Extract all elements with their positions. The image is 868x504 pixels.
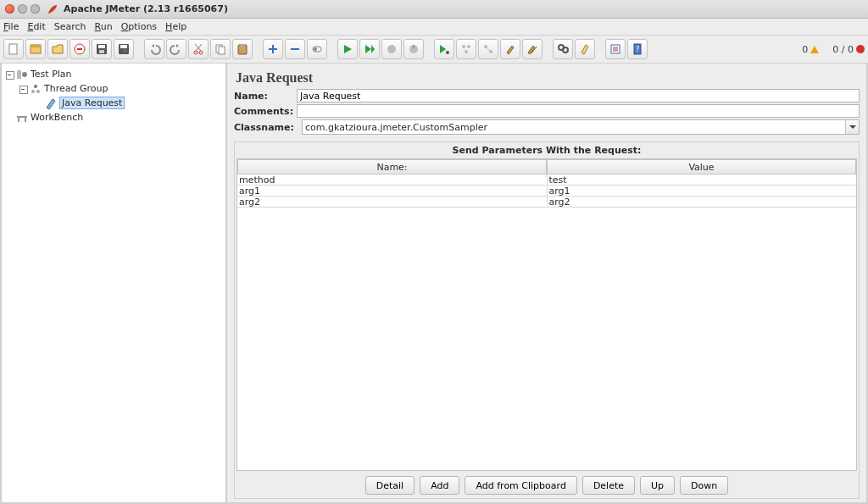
svg-point-10 (199, 51, 203, 54)
add-button[interactable]: Add (420, 476, 459, 495)
tree-workbench[interactable]: WorkBench (3, 110, 225, 125)
params-area: Send Parameters With the Request: Name: … (234, 141, 860, 499)
svg-rect-14 (240, 44, 245, 47)
menu-file[interactable]: File (3, 21, 19, 32)
svg-point-23 (465, 50, 468, 53)
tree-panel[interactable]: Test Plan Thread Group Java Request Work… (0, 64, 227, 504)
comments-input[interactable] (297, 104, 860, 118)
titlebar: Apache JMeter (2.13 r1665067) (0, 0, 868, 19)
templates-button[interactable] (25, 39, 46, 59)
toolbar: ? 0 0 / 0 (0, 36, 868, 64)
main-panel: Java Request Name: Comments: Classname: … (227, 64, 868, 504)
name-label: Name: (234, 91, 293, 102)
stop-button[interactable] (381, 39, 402, 59)
col-value[interactable]: Value (547, 159, 856, 174)
table-row[interactable]: arg2 arg2 (237, 197, 856, 208)
function-helper-button[interactable] (605, 39, 626, 59)
svg-rect-19 (413, 45, 415, 48)
remote-start-all-button[interactable] (456, 39, 476, 59)
svg-rect-36 (17, 116, 27, 118)
tree-java-request[interactable]: Java Request (3, 96, 225, 110)
classname-value: com.gkatzioura.jmeter.CustomSampler (305, 122, 487, 133)
tree-toggle-icon[interactable] (5, 70, 14, 79)
detail-button[interactable]: Detail (365, 476, 415, 495)
up-button[interactable]: Up (640, 476, 675, 495)
toggle-button[interactable] (307, 39, 327, 59)
menu-edit[interactable]: Edit (27, 21, 45, 32)
svg-rect-2 (31, 45, 41, 47)
delete-button[interactable]: Delete (582, 476, 635, 495)
window-min-dot[interactable] (18, 4, 27, 14)
shutdown-button[interactable] (403, 39, 424, 59)
svg-point-35 (36, 90, 40, 93)
add-from-clipboard-button[interactable]: Add from Clipboard (465, 476, 576, 495)
paste-button[interactable] (232, 39, 253, 59)
params-table[interactable]: Name: Value method test arg1 arg1 arg2 a… (236, 158, 857, 471)
svg-rect-31 (17, 70, 21, 79)
svg-rect-6 (99, 50, 104, 53)
svg-point-21 (462, 45, 465, 48)
start-button[interactable] (337, 39, 358, 59)
sampler-icon (44, 97, 58, 110)
tree-test-plan[interactable]: Test Plan (3, 67, 225, 81)
error-icon (856, 45, 865, 53)
svg-point-27 (563, 47, 568, 53)
menu-help[interactable]: Help (165, 21, 186, 32)
panel-title: Java Request (236, 70, 860, 86)
app-icon (47, 3, 58, 15)
params-title: Send Parameters With the Request: (235, 142, 859, 158)
table-body: method test arg1 arg1 arg2 arg2 (237, 174, 856, 208)
svg-point-9 (194, 51, 198, 54)
classname-label: Classname: (234, 122, 298, 133)
clear-button[interactable] (500, 39, 520, 59)
save-as-button[interactable] (114, 39, 134, 59)
menu-run[interactable]: Run (95, 21, 113, 32)
remote-stop-button[interactable] (478, 39, 498, 59)
remote-start-button[interactable] (434, 39, 454, 59)
warning-icon (810, 46, 819, 53)
open-button[interactable] (47, 39, 68, 59)
comments-label: Comments: (234, 106, 293, 117)
search-button[interactable] (553, 39, 573, 59)
svg-rect-0 (9, 44, 17, 54)
cut-button[interactable] (188, 39, 209, 59)
menu-search[interactable]: Search (54, 21, 86, 32)
table-row[interactable]: arg1 arg1 (237, 186, 856, 197)
svg-point-17 (387, 45, 396, 53)
svg-rect-5 (98, 45, 105, 48)
save-button[interactable] (92, 39, 112, 59)
undo-button[interactable] (144, 39, 164, 59)
thread-ratio: 0 / 0 (832, 44, 854, 55)
svg-rect-8 (120, 45, 127, 48)
reset-search-button[interactable] (575, 39, 595, 59)
new-button[interactable] (3, 39, 24, 59)
menubar: File Edit Search Run Options Help (0, 19, 868, 36)
menu-options[interactable]: Options (121, 21, 157, 32)
svg-point-33 (34, 85, 37, 88)
svg-rect-37 (18, 118, 19, 122)
down-button[interactable]: Down (680, 476, 728, 495)
tree-thread-group[interactable]: Thread Group (3, 81, 225, 96)
copy-button[interactable] (210, 39, 231, 59)
svg-point-20 (446, 51, 449, 54)
name-input[interactable] (297, 89, 860, 102)
svg-text:?: ? (636, 46, 639, 53)
close-button[interactable] (70, 39, 90, 59)
help-button[interactable]: ? (627, 39, 648, 59)
clear-all-button[interactable] (522, 39, 542, 59)
table-row[interactable]: method test (237, 174, 856, 186)
col-name[interactable]: Name: (237, 159, 547, 174)
expand-button[interactable] (263, 39, 283, 59)
collapse-button[interactable] (285, 39, 305, 59)
warn-count: 0 (802, 44, 808, 55)
svg-rect-38 (25, 118, 26, 122)
redo-button[interactable] (166, 39, 186, 59)
start-notimers-button[interactable] (359, 39, 380, 59)
window-close-dot[interactable] (5, 4, 14, 14)
tree-toggle-icon[interactable] (19, 85, 27, 93)
testplan-icon (15, 68, 29, 81)
workbench-icon (15, 111, 29, 125)
dropdown-arrow-icon[interactable] (845, 120, 859, 134)
window-max-dot[interactable] (31, 4, 40, 14)
classname-select[interactable]: com.gkatzioura.jmeter.CustomSampler (302, 119, 860, 135)
